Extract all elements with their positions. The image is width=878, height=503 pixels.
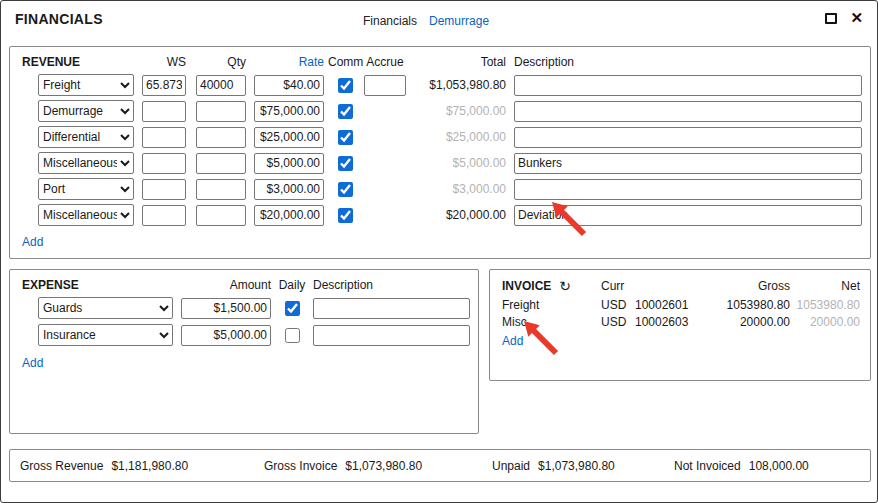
- row-total: $25,000.00: [408, 130, 506, 144]
- revenue-section: REVENUE WS Qty Rate Comm Accrue Total De…: [9, 46, 871, 259]
- invoice-net: 1053980.80: [792, 298, 860, 312]
- ws-input[interactable]: [142, 205, 186, 226]
- invoice-row-label: Misc: [502, 315, 601, 329]
- qty-input[interactable]: [196, 205, 246, 226]
- col-header-gross: Gross: [707, 279, 790, 293]
- revenue-row: Miscellaneous $20,000.00: [38, 203, 862, 227]
- col-header-rate[interactable]: Rate: [254, 55, 324, 69]
- description-input[interactable]: [313, 325, 470, 346]
- summary-not-invoiced: Not Invoiced108,000.00: [674, 459, 809, 473]
- accrue-empty: [364, 179, 406, 200]
- revenue-add-link[interactable]: Add: [22, 235, 43, 249]
- invoice-number[interactable]: 10002603: [635, 315, 707, 329]
- amount-input[interactable]: [181, 325, 271, 346]
- revenue-type-select[interactable]: Demurrage: [38, 100, 134, 122]
- rate-input[interactable]: [254, 101, 324, 122]
- ws-input[interactable]: [142, 153, 186, 174]
- summary-value: $1,073,980.80: [538, 459, 615, 473]
- col-header-qty: Qty: [196, 55, 246, 69]
- amount-input[interactable]: [181, 298, 271, 319]
- summary-value: 108,000.00: [749, 459, 809, 473]
- description-input[interactable]: [514, 153, 862, 174]
- expense-row: Insurance: [38, 323, 470, 347]
- daily-checkbox[interactable]: [285, 328, 300, 343]
- rate-input[interactable]: [254, 75, 324, 96]
- nav-item-financials[interactable]: Financials: [363, 14, 417, 28]
- description-input[interactable]: [313, 298, 470, 319]
- rate-input[interactable]: [254, 179, 324, 200]
- summary-label: Unpaid: [492, 459, 530, 473]
- revenue-section-title: REVENUE: [22, 55, 142, 69]
- ws-input[interactable]: [142, 179, 186, 200]
- expense-section: EXPENSE Amount Daily Description Guards …: [9, 269, 479, 434]
- revenue-type-select[interactable]: Freight: [38, 74, 134, 96]
- revenue-row: Freight $1,053,980.80: [38, 73, 862, 97]
- rate-input[interactable]: [254, 127, 324, 148]
- ws-input[interactable]: [142, 75, 186, 96]
- close-icon[interactable]: ✕: [850, 11, 863, 25]
- invoice-row: Misc USD 10002603 20000.00 20000.00: [502, 314, 860, 330]
- comm-checkbox[interactable]: [338, 104, 353, 119]
- refresh-icon[interactable]: ↻: [559, 279, 571, 293]
- revenue-type-select[interactable]: Miscellaneous: [38, 204, 134, 226]
- daily-checkbox[interactable]: [285, 301, 300, 316]
- description-input[interactable]: [514, 179, 862, 200]
- revenue-row: Differential $25,000.00: [38, 125, 862, 149]
- invoice-number[interactable]: 10002601: [635, 298, 707, 312]
- expense-type-select[interactable]: Guards: [38, 297, 173, 319]
- qty-input[interactable]: [196, 179, 246, 200]
- accrue-empty: [364, 205, 406, 226]
- col-header-comm: Comm: [328, 55, 362, 69]
- summary-bar: Gross Revenue$1,181,980.80 Gross Invoice…: [9, 449, 871, 482]
- invoice-header-row: INVOICE ↻ Curr Gross Net: [502, 277, 860, 295]
- row-total: $5,000.00: [408, 156, 506, 170]
- row-total: $3,000.00: [408, 182, 506, 196]
- accrue-empty: [364, 153, 406, 174]
- ws-input[interactable]: [142, 127, 186, 148]
- expense-row: Guards: [38, 296, 470, 320]
- rate-input[interactable]: [254, 205, 324, 226]
- expense-add-link[interactable]: Add: [22, 356, 43, 370]
- expense-type-select[interactable]: Insurance: [38, 324, 173, 346]
- summary-value: $1,073,980.80: [345, 459, 422, 473]
- revenue-type-select[interactable]: Port: [38, 178, 134, 200]
- invoice-row: Freight USD 10002601 1053980.80 1053980.…: [502, 297, 860, 313]
- description-input[interactable]: [514, 75, 862, 96]
- window-controls: ✕: [825, 11, 863, 25]
- accrue-empty: [364, 101, 406, 122]
- invoice-section: INVOICE ↻ Curr Gross Net Freight USD 100…: [489, 269, 871, 381]
- description-input[interactable]: [514, 127, 862, 148]
- invoice-curr: USD: [601, 298, 635, 312]
- maximize-icon[interactable]: [825, 13, 837, 24]
- revenue-type-select[interactable]: Miscellaneous: [38, 152, 134, 174]
- qty-input[interactable]: [196, 75, 246, 96]
- revenue-header-row: REVENUE WS Qty Rate Comm Accrue Total De…: [22, 54, 862, 70]
- comm-checkbox[interactable]: [338, 78, 353, 93]
- qty-input[interactable]: [196, 101, 246, 122]
- comm-checkbox[interactable]: [338, 130, 353, 145]
- ws-input[interactable]: [142, 101, 186, 122]
- invoice-section-title: INVOICE: [502, 279, 551, 293]
- summary-unpaid: Unpaid$1,073,980.80: [492, 459, 615, 473]
- description-input[interactable]: [514, 101, 862, 122]
- row-total: $75,000.00: [408, 104, 506, 118]
- revenue-type-select[interactable]: Differential: [38, 126, 134, 148]
- col-header-daily: Daily: [277, 278, 307, 292]
- comm-checkbox[interactable]: [338, 156, 353, 171]
- qty-input[interactable]: [196, 153, 246, 174]
- accrue-input[interactable]: [364, 75, 406, 96]
- rate-input[interactable]: [254, 153, 324, 174]
- invoice-add-link[interactable]: Add: [502, 334, 523, 348]
- col-header-amount: Amount: [181, 278, 271, 292]
- qty-input[interactable]: [196, 127, 246, 148]
- expense-section-title: EXPENSE: [22, 278, 181, 292]
- accrue-empty: [364, 127, 406, 148]
- revenue-row: Demurrage $75,000.00: [38, 99, 862, 123]
- nav-item-demurrage[interactable]: Demurrage: [429, 14, 489, 28]
- summary-label: Not Invoiced: [674, 459, 741, 473]
- row-total: $20,000.00: [408, 208, 506, 222]
- summary-label: Gross Revenue: [20, 459, 103, 473]
- comm-checkbox[interactable]: [338, 182, 353, 197]
- comm-checkbox[interactable]: [338, 208, 353, 223]
- description-input[interactable]: [514, 205, 862, 226]
